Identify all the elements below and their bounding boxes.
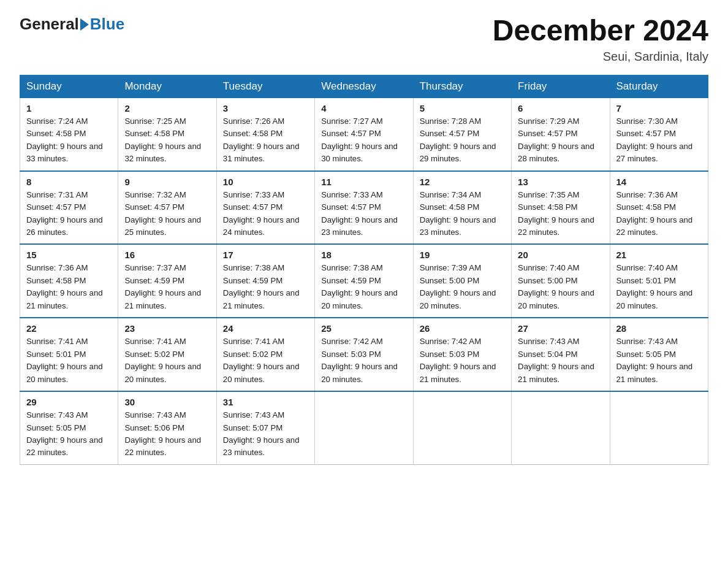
day-info: Sunrise: 7:32 AMSunset: 4:57 PMDaylight:… bbox=[124, 189, 210, 239]
table-row: 19 Sunrise: 7:39 AMSunset: 5:00 PMDaylig… bbox=[413, 244, 511, 318]
day-number: 13 bbox=[518, 177, 603, 187]
day-number: 27 bbox=[518, 323, 603, 334]
day-info: Sunrise: 7:36 AMSunset: 4:58 PMDaylight:… bbox=[616, 189, 702, 239]
calendar-table: Sunday Monday Tuesday Wednesday Thursday… bbox=[20, 75, 708, 465]
day-info: Sunrise: 7:43 AMSunset: 5:04 PMDaylight:… bbox=[518, 335, 603, 386]
day-info: Sunrise: 7:41 AMSunset: 5:02 PMDaylight:… bbox=[124, 335, 210, 386]
day-number: 6 bbox=[518, 103, 603, 113]
day-number: 25 bbox=[321, 323, 406, 334]
day-number: 21 bbox=[616, 250, 702, 260]
table-row bbox=[512, 391, 610, 464]
logo-blue-text: Blue bbox=[90, 15, 124, 34]
day-number: 5 bbox=[420, 103, 505, 113]
day-number: 14 bbox=[616, 177, 702, 187]
table-row bbox=[413, 391, 511, 464]
day-number: 9 bbox=[124, 177, 210, 187]
header-wednesday: Wednesday bbox=[315, 75, 413, 98]
day-number: 11 bbox=[321, 177, 406, 187]
table-row: 20 Sunrise: 7:40 AMSunset: 5:00 PMDaylig… bbox=[512, 244, 610, 318]
table-row: 13 Sunrise: 7:35 AMSunset: 4:58 PMDaylig… bbox=[512, 171, 610, 245]
table-row: 29 Sunrise: 7:43 AMSunset: 5:05 PMDaylig… bbox=[20, 391, 118, 464]
table-row: 5 Sunrise: 7:28 AMSunset: 4:57 PMDayligh… bbox=[413, 98, 511, 170]
table-row: 27 Sunrise: 7:43 AMSunset: 5:04 PMDaylig… bbox=[512, 318, 610, 391]
day-number: 16 bbox=[124, 250, 210, 260]
table-row: 26 Sunrise: 7:42 AMSunset: 5:03 PMDaylig… bbox=[413, 318, 511, 391]
day-info: Sunrise: 7:24 AMSunset: 4:58 PMDaylight:… bbox=[26, 115, 112, 166]
table-row: 12 Sunrise: 7:34 AMSunset: 4:58 PMDaylig… bbox=[413, 171, 511, 245]
table-row: 2 Sunrise: 7:25 AMSunset: 4:58 PMDayligh… bbox=[118, 98, 216, 170]
table-row: 1 Sunrise: 7:24 AMSunset: 4:58 PMDayligh… bbox=[20, 98, 118, 170]
day-number: 26 bbox=[420, 323, 505, 334]
day-info: Sunrise: 7:41 AMSunset: 5:01 PMDaylight:… bbox=[26, 335, 112, 386]
day-number: 7 bbox=[616, 103, 702, 113]
day-info: Sunrise: 7:36 AMSunset: 4:58 PMDaylight:… bbox=[26, 262, 112, 312]
calendar-week-row: 15 Sunrise: 7:36 AMSunset: 4:58 PMDaylig… bbox=[20, 244, 708, 318]
day-info: Sunrise: 7:29 AMSunset: 4:57 PMDaylight:… bbox=[518, 115, 603, 166]
day-number: 28 bbox=[616, 323, 702, 334]
weekday-header-row: Sunday Monday Tuesday Wednesday Thursday… bbox=[20, 75, 708, 98]
header-monday: Monday bbox=[118, 75, 216, 98]
day-info: Sunrise: 7:40 AMSunset: 5:00 PMDaylight:… bbox=[518, 262, 603, 312]
day-number: 31 bbox=[223, 397, 308, 407]
calendar-title: December 2024 bbox=[493, 15, 708, 47]
day-info: Sunrise: 7:33 AMSunset: 4:57 PMDaylight:… bbox=[223, 189, 308, 239]
table-row: 16 Sunrise: 7:37 AMSunset: 4:59 PMDaylig… bbox=[118, 244, 216, 318]
calendar-week-row: 22 Sunrise: 7:41 AMSunset: 5:01 PMDaylig… bbox=[20, 318, 708, 391]
day-number: 22 bbox=[26, 323, 112, 334]
day-number: 8 bbox=[26, 177, 112, 187]
table-row bbox=[315, 391, 413, 464]
day-number: 3 bbox=[223, 103, 308, 113]
table-row: 9 Sunrise: 7:32 AMSunset: 4:57 PMDayligh… bbox=[118, 171, 216, 245]
day-info: Sunrise: 7:42 AMSunset: 5:03 PMDaylight:… bbox=[321, 335, 406, 386]
day-info: Sunrise: 7:43 AMSunset: 5:05 PMDaylight:… bbox=[616, 335, 702, 386]
table-row: 11 Sunrise: 7:33 AMSunset: 4:57 PMDaylig… bbox=[315, 171, 413, 245]
day-info: Sunrise: 7:27 AMSunset: 4:57 PMDaylight:… bbox=[321, 115, 406, 166]
day-number: 10 bbox=[223, 177, 308, 187]
calendar-week-row: 8 Sunrise: 7:31 AMSunset: 4:57 PMDayligh… bbox=[20, 171, 708, 245]
day-info: Sunrise: 7:43 AMSunset: 5:07 PMDaylight:… bbox=[223, 409, 308, 459]
header-thursday: Thursday bbox=[413, 75, 511, 98]
table-row: 25 Sunrise: 7:42 AMSunset: 5:03 PMDaylig… bbox=[315, 318, 413, 391]
day-info: Sunrise: 7:43 AMSunset: 5:05 PMDaylight:… bbox=[26, 409, 112, 459]
table-row: 23 Sunrise: 7:41 AMSunset: 5:02 PMDaylig… bbox=[118, 318, 216, 391]
day-info: Sunrise: 7:26 AMSunset: 4:58 PMDaylight:… bbox=[223, 115, 308, 166]
table-row: 6 Sunrise: 7:29 AMSunset: 4:57 PMDayligh… bbox=[512, 98, 610, 170]
table-row: 17 Sunrise: 7:38 AMSunset: 4:59 PMDaylig… bbox=[216, 244, 314, 318]
table-row: 24 Sunrise: 7:41 AMSunset: 5:02 PMDaylig… bbox=[216, 318, 314, 391]
day-info: Sunrise: 7:28 AMSunset: 4:57 PMDaylight:… bbox=[420, 115, 505, 166]
calendar-subtitle: Seui, Sardinia, Italy bbox=[493, 50, 708, 64]
table-row: 4 Sunrise: 7:27 AMSunset: 4:57 PMDayligh… bbox=[315, 98, 413, 170]
day-number: 1 bbox=[26, 103, 112, 113]
logo-general-text: General bbox=[20, 15, 79, 34]
table-row: 15 Sunrise: 7:36 AMSunset: 4:58 PMDaylig… bbox=[20, 244, 118, 318]
day-info: Sunrise: 7:38 AMSunset: 4:59 PMDaylight:… bbox=[321, 262, 406, 312]
day-info: Sunrise: 7:37 AMSunset: 4:59 PMDaylight:… bbox=[124, 262, 210, 312]
day-number: 29 bbox=[26, 397, 112, 407]
day-number: 23 bbox=[124, 323, 210, 334]
day-number: 20 bbox=[518, 250, 603, 260]
calendar-week-row: 29 Sunrise: 7:43 AMSunset: 5:05 PMDaylig… bbox=[20, 391, 708, 464]
table-row: 30 Sunrise: 7:43 AMSunset: 5:06 PMDaylig… bbox=[118, 391, 216, 464]
table-row: 10 Sunrise: 7:33 AMSunset: 4:57 PMDaylig… bbox=[216, 171, 314, 245]
day-info: Sunrise: 7:31 AMSunset: 4:57 PMDaylight:… bbox=[26, 189, 112, 239]
day-number: 15 bbox=[26, 250, 112, 260]
day-info: Sunrise: 7:35 AMSunset: 4:58 PMDaylight:… bbox=[518, 189, 603, 239]
header-friday: Friday bbox=[512, 75, 610, 98]
day-number: 19 bbox=[420, 250, 505, 260]
day-number: 17 bbox=[223, 250, 308, 260]
day-info: Sunrise: 7:25 AMSunset: 4:58 PMDaylight:… bbox=[124, 115, 210, 166]
table-row bbox=[610, 391, 708, 464]
table-row: 8 Sunrise: 7:31 AMSunset: 4:57 PMDayligh… bbox=[20, 171, 118, 245]
calendar-week-row: 1 Sunrise: 7:24 AMSunset: 4:58 PMDayligh… bbox=[20, 98, 708, 170]
day-info: Sunrise: 7:42 AMSunset: 5:03 PMDaylight:… bbox=[420, 335, 505, 386]
table-row: 21 Sunrise: 7:40 AMSunset: 5:01 PMDaylig… bbox=[610, 244, 708, 318]
day-number: 2 bbox=[124, 103, 210, 113]
logo: General Blue bbox=[20, 15, 124, 34]
day-number: 18 bbox=[321, 250, 406, 260]
title-block: December 2024 Seui, Sardinia, Italy bbox=[493, 15, 708, 64]
day-info: Sunrise: 7:43 AMSunset: 5:06 PMDaylight:… bbox=[124, 409, 210, 459]
table-row: 28 Sunrise: 7:43 AMSunset: 5:05 PMDaylig… bbox=[610, 318, 708, 391]
day-info: Sunrise: 7:39 AMSunset: 5:00 PMDaylight:… bbox=[420, 262, 505, 312]
page-header: General Blue December 2024 Seui, Sardini… bbox=[20, 15, 708, 64]
day-info: Sunrise: 7:38 AMSunset: 4:59 PMDaylight:… bbox=[223, 262, 308, 312]
